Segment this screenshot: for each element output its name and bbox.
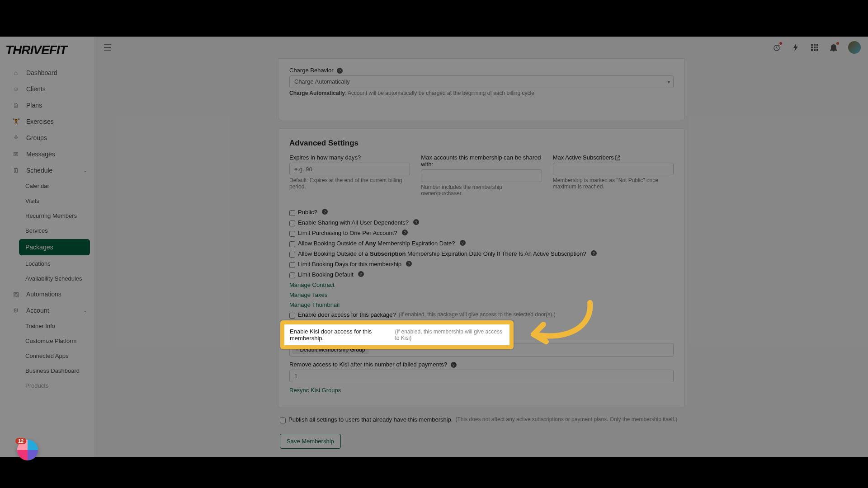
bolt-icon[interactable] [791,43,800,52]
sidebar-item-calendar[interactable]: Calendar [0,178,94,193]
svg-rect-9 [816,49,818,51]
notification-icon[interactable] [829,43,838,52]
sidebar-item-trainer-info[interactable]: Trainer Info [0,319,94,333]
limit-days-checkbox[interactable] [289,262,295,268]
limit-default-checkbox[interactable] [289,272,295,278]
sidebar-item-customize-platform[interactable]: Customize Platform [0,333,94,348]
mail-icon: ✉ [12,150,20,158]
chevron-down-icon: ⌄ [83,168,87,174]
sidebar-item-label: Calendar [25,183,49,189]
manage-thumbnail-link[interactable]: Manage Thumbnail [289,301,674,308]
svg-rect-8 [814,49,816,51]
enable-kisi-label: Enable Kisi door access for this members… [290,328,392,342]
sidebar-item-label: Products [25,382,48,389]
help-icon[interactable]: ? [451,362,457,368]
sidebar-item-messages[interactable]: ✉Messages [0,146,94,162]
enable-kisi-hint: (If enabled, this membership will give a… [395,328,504,341]
sidebar-item-account[interactable]: ⚙Account⌄ [0,302,94,319]
svg-rect-6 [816,47,818,48]
sidebar-item-locations[interactable]: Locations [0,256,94,271]
sidebar-item-label: Clients [26,85,46,93]
timer-icon[interactable] [772,43,781,52]
publish-label: Publish all settings to users that alrea… [288,416,453,423]
sidebar-item-plans[interactable]: 🗎Plans [0,97,94,113]
help-icon[interactable]: ? [406,261,412,267]
chevron-down-icon: ⌄ [83,308,87,314]
help-icon[interactable]: ? [358,271,364,277]
user-icon: ☺ [12,85,20,93]
sidebar-item-label: Automations [26,291,61,298]
hamburger-icon [104,44,111,51]
calendar-icon: 🗓 [12,166,20,174]
remove-access-input[interactable] [289,370,674,382]
sidebar-item-visits[interactable]: Visits [0,193,94,208]
svg-rect-1 [811,44,813,46]
sidebar-item-automations[interactable]: ▨Automations [0,286,94,302]
sidebar: THRIVEFIT ⌂Dashboard ☺Clients 🗎Plans 🏋Ex… [0,37,95,457]
sidebar-item-label: Plans [26,102,42,109]
gear-icon: ⚙ [12,306,20,314]
menu-toggle-button[interactable] [102,42,113,53]
allow-sub-checkbox[interactable] [289,252,295,258]
sidebar-item-label: Services [25,227,48,234]
publish-hint: (This does not affect any active subscri… [455,416,677,422]
dumbbell-icon: 🏋 [12,117,20,126]
save-membership-button[interactable]: Save Membership [280,434,341,449]
sidebar-item-recurring-members[interactable]: Recurring Members [0,208,94,223]
external-link-icon [615,155,620,160]
charge-behavior-help: Charge Automatically: Account will be au… [289,90,674,96]
sidebar-item-clients[interactable]: ☺Clients [0,81,94,97]
limit-default-label: Limit Booking Default [298,271,354,278]
limit-one-checkbox[interactable] [289,231,295,237]
max-accounts-input[interactable] [421,169,542,182]
help-icon[interactable]: ? [322,209,328,215]
sidebar-item-label: Groups [26,134,47,141]
expires-label: Expires in how many days? [289,154,410,161]
sidebar-item-schedule[interactable]: 🗓Schedule⌄ [0,162,94,178]
allow-any-checkbox[interactable] [289,241,295,247]
help-icon[interactable]: ? [337,68,343,74]
sharing-checkbox[interactable] [289,221,295,226]
help-widget[interactable]: 12 [17,440,38,460]
enable-door-label: Enable door access for this package? [298,311,396,318]
grid-icon[interactable] [810,43,819,52]
expires-input[interactable] [289,163,410,175]
help-icon[interactable]: ? [591,250,597,256]
max-accounts-help: Number includes the membership owner/pur… [421,184,542,197]
users-icon: ⚘ [12,134,20,142]
enable-door-checkbox[interactable] [289,313,295,319]
sidebar-item-label: Connected Apps [25,352,68,359]
help-icon[interactable]: ? [402,230,408,235]
sidebar-item-label: Locations [25,260,51,267]
advanced-settings-card: Advanced Settings Expires in how many da… [278,128,685,408]
home-icon: ⌂ [12,69,20,77]
sidebar-item-products[interactable]: Products [0,378,94,393]
allow-sub-label: Allow Booking Outside of a Subscription … [298,250,586,257]
public-checkbox[interactable] [289,210,295,216]
limit-one-label: Limit Purchasing to One Per Account? [298,230,397,236]
manage-contract-link[interactable]: Manage Contract [289,282,674,288]
sidebar-item-exercises[interactable]: 🏋Exercises [0,113,94,130]
sidebar-item-label: Dashboard [26,69,57,76]
publish-checkbox[interactable] [280,418,286,423]
max-active-input[interactable] [553,163,674,175]
sidebar-item-dashboard[interactable]: ⌂Dashboard [0,65,94,81]
help-widget-count: 12 [15,438,26,444]
sidebar-item-label: Availability Schedules [25,275,82,282]
sidebar-item-label: Schedule [26,167,52,174]
manage-taxes-link[interactable]: Manage Taxes [289,291,674,298]
charge-behavior-select[interactable]: Charge Automatically [289,75,674,88]
sidebar-item-business-dashboard[interactable]: Business Dashboard [0,363,94,378]
sidebar-item-connected-apps[interactable]: Connected Apps [0,348,94,363]
avatar[interactable] [848,41,861,54]
sidebar-item-services[interactable]: Services [0,223,94,238]
sidebar-item-packages[interactable]: Packages [19,239,90,255]
help-icon[interactable]: ? [460,240,466,246]
resync-kisi-link[interactable]: Resync Kisi Groups [289,387,674,394]
sidebar-item-availability-schedules[interactable]: Availability Schedules [0,271,94,286]
help-icon[interactable]: ? [413,219,419,225]
sidebar-item-label: Account [26,307,49,314]
sidebar-item-label: Messages [26,150,55,158]
sidebar-item-groups[interactable]: ⚘Groups [0,130,94,146]
enable-kisi-callout: Enable Kisi door access for this members… [280,320,514,349]
